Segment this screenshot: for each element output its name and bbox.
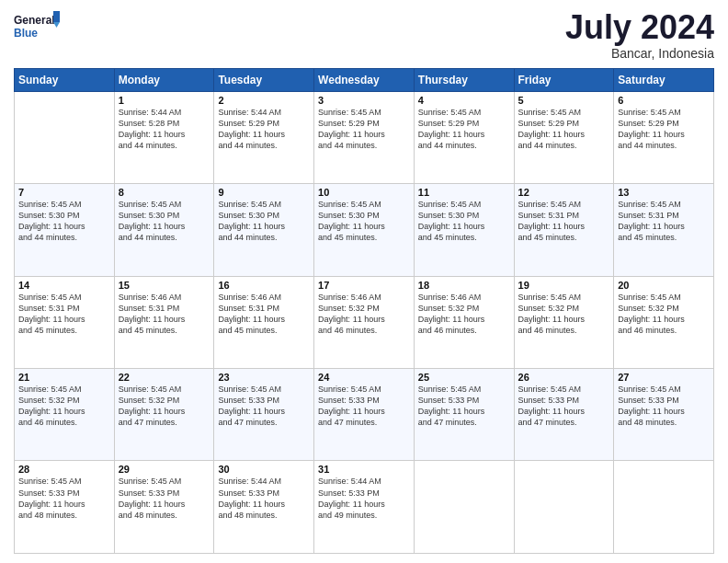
- day-number: 7: [18, 187, 110, 198]
- calendar-cell: [614, 461, 714, 554]
- day-info: Sunrise: 5:45 AM Sunset: 5:30 PM Dayligh…: [418, 199, 510, 244]
- day-number: 28: [18, 464, 110, 475]
- day-info: Sunrise: 5:45 AM Sunset: 5:30 PM Dayligh…: [318, 199, 410, 244]
- day-number: 2: [218, 95, 310, 106]
- calendar-cell: 11Sunrise: 5:45 AM Sunset: 5:30 PM Dayli…: [414, 184, 514, 276]
- calendar-cell: 7Sunrise: 5:45 AM Sunset: 5:30 PM Daylig…: [15, 184, 115, 276]
- calendar-header-row: Sunday Monday Tuesday Wednesday Thursday…: [15, 68, 714, 91]
- calendar-cell: 30Sunrise: 5:44 AM Sunset: 5:33 PM Dayli…: [214, 461, 314, 554]
- location: Bancar, Indonesia: [565, 46, 714, 61]
- day-number: 24: [318, 372, 410, 383]
- day-number: 20: [618, 280, 710, 291]
- svg-marker-2: [53, 11, 60, 22]
- day-number: 27: [618, 372, 710, 383]
- day-number: 21: [18, 372, 110, 383]
- day-number: 1: [119, 95, 210, 106]
- day-number: 10: [318, 187, 410, 198]
- day-number: 9: [218, 187, 310, 198]
- day-info: Sunrise: 5:46 AM Sunset: 5:32 PM Dayligh…: [418, 292, 510, 337]
- calendar-cell: 25Sunrise: 5:45 AM Sunset: 5:33 PM Dayli…: [414, 369, 514, 461]
- calendar-cell: 2Sunrise: 5:44 AM Sunset: 5:29 PM Daylig…: [214, 91, 314, 183]
- day-number: 6: [618, 95, 710, 106]
- col-friday: Friday: [514, 68, 614, 91]
- day-number: 4: [418, 95, 510, 106]
- calendar-week-row: 7Sunrise: 5:45 AM Sunset: 5:30 PM Daylig…: [15, 184, 714, 276]
- day-info: Sunrise: 5:45 AM Sunset: 5:30 PM Dayligh…: [18, 199, 110, 244]
- svg-text:Blue: Blue: [14, 27, 38, 40]
- day-info: Sunrise: 5:45 AM Sunset: 5:31 PM Dayligh…: [518, 199, 610, 244]
- day-number: 14: [18, 280, 110, 291]
- calendar-cell: 4Sunrise: 5:45 AM Sunset: 5:29 PM Daylig…: [414, 91, 514, 183]
- calendar-cell: 14Sunrise: 5:45 AM Sunset: 5:31 PM Dayli…: [15, 276, 115, 368]
- day-info: Sunrise: 5:45 AM Sunset: 5:29 PM Dayligh…: [418, 107, 510, 152]
- day-info: Sunrise: 5:45 AM Sunset: 5:33 PM Dayligh…: [119, 476, 210, 521]
- day-info: Sunrise: 5:45 AM Sunset: 5:33 PM Dayligh…: [18, 476, 110, 521]
- day-info: Sunrise: 5:45 AM Sunset: 5:33 PM Dayligh…: [318, 384, 410, 429]
- day-number: 8: [119, 187, 210, 198]
- month-title: July 2024: [565, 9, 714, 46]
- day-number: 23: [218, 372, 310, 383]
- day-info: Sunrise: 5:45 AM Sunset: 5:29 PM Dayligh…: [618, 107, 710, 152]
- day-number: 25: [418, 372, 510, 383]
- col-sunday: Sunday: [15, 68, 115, 91]
- day-number: 3: [318, 95, 410, 106]
- day-info: Sunrise: 5:46 AM Sunset: 5:31 PM Dayligh…: [218, 292, 310, 337]
- day-info: Sunrise: 5:45 AM Sunset: 5:32 PM Dayligh…: [518, 292, 610, 337]
- day-info: Sunrise: 5:44 AM Sunset: 5:28 PM Dayligh…: [119, 107, 210, 152]
- calendar-cell: 28Sunrise: 5:45 AM Sunset: 5:33 PM Dayli…: [15, 461, 115, 554]
- col-wednesday: Wednesday: [314, 68, 415, 91]
- day-number: 15: [119, 280, 210, 291]
- col-thursday: Thursday: [414, 68, 514, 91]
- general-blue-logo-icon: General Blue: [14, 9, 60, 44]
- day-number: 5: [518, 95, 610, 106]
- calendar-week-row: 28Sunrise: 5:45 AM Sunset: 5:33 PM Dayli…: [15, 461, 714, 554]
- logo: General Blue: [14, 9, 60, 44]
- calendar-table: Sunday Monday Tuesday Wednesday Thursday…: [14, 68, 714, 554]
- day-number: 29: [119, 464, 210, 475]
- day-number: 30: [218, 464, 310, 475]
- day-info: Sunrise: 5:46 AM Sunset: 5:32 PM Dayligh…: [318, 292, 410, 337]
- calendar-cell: 6Sunrise: 5:45 AM Sunset: 5:29 PM Daylig…: [614, 91, 714, 183]
- day-info: Sunrise: 5:45 AM Sunset: 5:33 PM Dayligh…: [418, 384, 510, 429]
- calendar-cell: 26Sunrise: 5:45 AM Sunset: 5:33 PM Dayli…: [514, 369, 614, 461]
- calendar-cell: 31Sunrise: 5:44 AM Sunset: 5:33 PM Dayli…: [314, 461, 415, 554]
- calendar-cell: 20Sunrise: 5:45 AM Sunset: 5:32 PM Dayli…: [614, 276, 714, 368]
- calendar-week-row: 21Sunrise: 5:45 AM Sunset: 5:32 PM Dayli…: [15, 369, 714, 461]
- calendar-cell: 17Sunrise: 5:46 AM Sunset: 5:32 PM Dayli…: [314, 276, 415, 368]
- day-info: Sunrise: 5:45 AM Sunset: 5:32 PM Dayligh…: [618, 292, 710, 337]
- day-number: 26: [518, 372, 610, 383]
- calendar-cell: 13Sunrise: 5:45 AM Sunset: 5:31 PM Dayli…: [614, 184, 714, 276]
- day-info: Sunrise: 5:46 AM Sunset: 5:31 PM Dayligh…: [119, 292, 210, 337]
- col-tuesday: Tuesday: [214, 68, 314, 91]
- day-number: 16: [218, 280, 310, 291]
- calendar-cell: 19Sunrise: 5:45 AM Sunset: 5:32 PM Dayli…: [514, 276, 614, 368]
- header: General Blue July 2024 Bancar, Indonesia: [14, 9, 714, 61]
- day-number: 11: [418, 187, 510, 198]
- calendar-cell: [15, 91, 115, 183]
- day-info: Sunrise: 5:45 AM Sunset: 5:32 PM Dayligh…: [18, 384, 110, 429]
- calendar-cell: [514, 461, 614, 554]
- day-number: 19: [518, 280, 610, 291]
- day-number: 13: [618, 187, 710, 198]
- col-saturday: Saturday: [614, 68, 714, 91]
- day-info: Sunrise: 5:45 AM Sunset: 5:33 PM Dayligh…: [618, 384, 710, 429]
- day-info: Sunrise: 5:44 AM Sunset: 5:33 PM Dayligh…: [318, 476, 410, 521]
- day-number: 17: [318, 280, 410, 291]
- day-info: Sunrise: 5:45 AM Sunset: 5:29 PM Dayligh…: [318, 107, 410, 152]
- calendar-cell: 18Sunrise: 5:46 AM Sunset: 5:32 PM Dayli…: [414, 276, 514, 368]
- day-info: Sunrise: 5:45 AM Sunset: 5:33 PM Dayligh…: [218, 384, 310, 429]
- calendar-cell: 29Sunrise: 5:45 AM Sunset: 5:33 PM Dayli…: [114, 461, 214, 554]
- calendar-cell: 8Sunrise: 5:45 AM Sunset: 5:30 PM Daylig…: [114, 184, 214, 276]
- calendar-cell: 27Sunrise: 5:45 AM Sunset: 5:33 PM Dayli…: [614, 369, 714, 461]
- calendar-week-row: 1Sunrise: 5:44 AM Sunset: 5:28 PM Daylig…: [15, 91, 714, 183]
- page: General Blue July 2024 Bancar, Indonesia…: [0, 0, 728, 563]
- day-info: Sunrise: 5:45 AM Sunset: 5:31 PM Dayligh…: [618, 199, 710, 244]
- calendar-cell: 10Sunrise: 5:45 AM Sunset: 5:30 PM Dayli…: [314, 184, 415, 276]
- col-monday: Monday: [114, 68, 214, 91]
- day-info: Sunrise: 5:45 AM Sunset: 5:32 PM Dayligh…: [119, 384, 210, 429]
- day-info: Sunrise: 5:45 AM Sunset: 5:31 PM Dayligh…: [18, 292, 110, 337]
- calendar-cell: 5Sunrise: 5:45 AM Sunset: 5:29 PM Daylig…: [514, 91, 614, 183]
- day-info: Sunrise: 5:45 AM Sunset: 5:29 PM Dayligh…: [518, 107, 610, 152]
- calendar-cell: 9Sunrise: 5:45 AM Sunset: 5:30 PM Daylig…: [214, 184, 314, 276]
- title-block: July 2024 Bancar, Indonesia: [565, 9, 714, 61]
